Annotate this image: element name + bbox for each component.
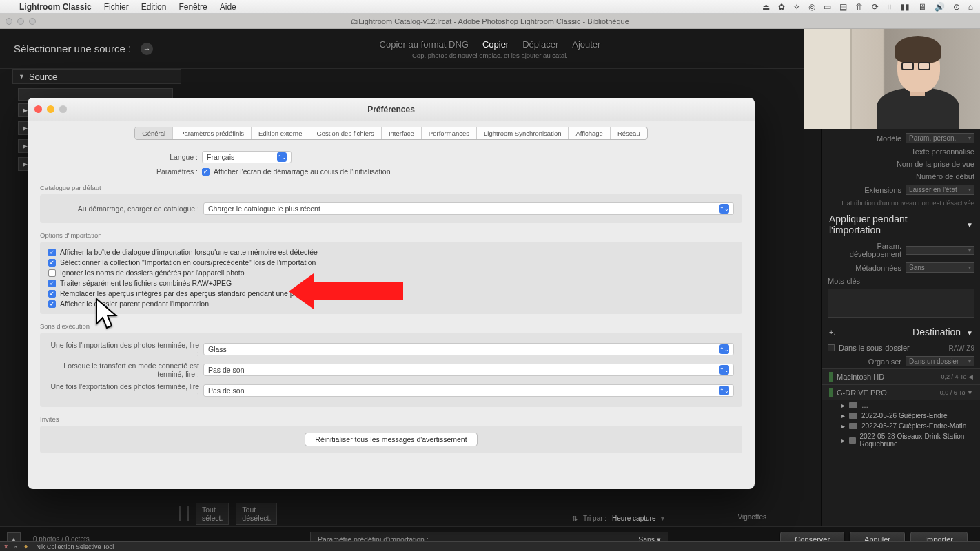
zoom-icon — [59, 105, 67, 113]
status-icon[interactable]: 🗑 — [855, 2, 864, 12]
mode-copy[interactable]: Copier — [482, 39, 509, 50]
dev-select[interactable]: ▾ — [906, 246, 974, 255]
status-icon[interactable]: ⊙ — [953, 2, 960, 12]
nik-status-bar: × ▫ ✦ Nik Collection Selective Tool — [0, 541, 980, 551]
drive-row[interactable]: Macintosh HD0,2 / 4 To ◀ — [822, 368, 980, 384]
status-icon[interactable]: 🖥 — [918, 2, 926, 12]
mode-copy-dng[interactable]: Copier au format DNG — [380, 39, 469, 50]
webcam-overlay — [804, 29, 980, 129]
dialog-title: Préférences — [367, 105, 415, 114]
tab-sync[interactable]: Lightroom Synchronisation — [477, 127, 569, 139]
status-icon[interactable]: ✿ — [778, 2, 785, 12]
import-opt-checkbox[interactable] — [48, 280, 56, 287]
sound-select[interactable]: Glass⌃⌄ — [203, 343, 734, 355]
mac-menubar: Lightroom Classic Fichier Edition Fenêtr… — [0, 0, 980, 14]
tab-presets[interactable]: Paramètres prédéfinis — [173, 127, 252, 139]
expand-icon[interactable]: ▫ — [14, 543, 17, 550]
window-traffic-lights[interactable] — [6, 18, 36, 25]
status-icon[interactable]: ⌗ — [887, 2, 892, 12]
show-splash-checkbox[interactable] — [202, 168, 210, 176]
section-label: Sons d'exécution — [40, 322, 742, 330]
reset-warnings-button[interactable]: Réinitialiser tous les messages d'averti… — [305, 433, 477, 446]
section-label: Invites — [40, 415, 742, 423]
prefs-tabs: Général Paramètres prédéfinis Edition ex… — [28, 127, 755, 140]
status-icon[interactable]: 🔊 — [935, 2, 945, 12]
section-label: Options d'importation — [40, 231, 742, 239]
panel-destination-header[interactable]: +. Destination▼ — [822, 322, 980, 342]
status-icon[interactable]: ◎ — [808, 2, 815, 12]
folder-row[interactable]: ▸… — [822, 400, 980, 410]
dialog-traffic-lights[interactable] — [34, 105, 67, 113]
lightroom-import-view: Sélectionner une source : → Copier au fo… — [0, 29, 980, 551]
sound-select[interactable]: Pas de son⌃⌄ — [203, 364, 734, 376]
import-opt-checkbox[interactable] — [48, 300, 56, 308]
extensions-select[interactable]: Laisser en l'état▾ — [906, 185, 974, 195]
meta-select[interactable]: Sans▾ — [906, 262, 974, 273]
status-icon[interactable]: ▮▮ — [900, 2, 910, 12]
model-select[interactable]: Param. person.▾ — [906, 133, 974, 143]
tab-display[interactable]: Affichage — [569, 127, 610, 139]
folder-row[interactable]: ▸2022-05-28 Oiseaux-Drink-Station-Roqueb… — [822, 431, 980, 449]
import-opt-checkbox[interactable] — [48, 269, 56, 277]
tab-general[interactable]: Général — [135, 127, 173, 139]
loupe-view-icon[interactable] — [187, 506, 189, 521]
app-name[interactable]: Lightroom Classic — [19, 2, 92, 12]
mode-add[interactable]: Ajouter — [572, 39, 600, 50]
menu-edition[interactable]: Edition — [141, 2, 167, 12]
nik-tool-label: Nik Collection Selective Tool — [36, 543, 114, 550]
close-icon[interactable] — [34, 105, 42, 113]
mode-move[interactable]: Déplacer — [522, 39, 558, 50]
menu-fenetre[interactable]: Fenêtre — [178, 2, 207, 12]
deselect-all-button[interactable]: Tout désélect. — [236, 503, 277, 525]
tab-performance[interactable]: Performances — [422, 127, 477, 139]
panel-apply-header[interactable]: Appliquer pendant l'importation▼ — [822, 209, 980, 240]
mode-subtitle: Cop. photos ds nouvel emplac. et les ajo… — [412, 52, 568, 59]
select-all-button[interactable]: Tout sélect. — [196, 503, 229, 525]
language-select[interactable]: Français⌃⌄ — [202, 151, 292, 163]
window-title: Lightroom Catalog-v12.lrcat - Adobe Phot… — [358, 17, 629, 25]
close-icon[interactable]: × — [4, 543, 8, 550]
import-opt-checkbox[interactable] — [48, 249, 56, 256]
tab-external-editing[interactable]: Edition externe — [252, 127, 309, 139]
status-icon[interactable]: ⟳ — [872, 2, 879, 12]
folder-row[interactable]: ▸2022-05-26 Guêpiers-Endre — [822, 410, 980, 421]
startup-catalog-select[interactable]: Charger le catalogue le plus récent⌃⌄ — [203, 202, 734, 215]
window-titlebar: 🗂 Lightroom Catalog-v12.lrcat - Adobe Ph… — [0, 14, 980, 29]
sound-select[interactable]: Pas de son⌃⌄ — [203, 384, 734, 397]
status-icon[interactable]: ▤ — [839, 2, 847, 12]
grid-view-icon[interactable] — [179, 506, 181, 521]
organize-select[interactable]: Dans un dossier▾ — [906, 356, 974, 366]
import-opt-checkbox[interactable] — [48, 259, 56, 267]
import-opt-checkbox[interactable] — [48, 290, 56, 298]
menubar-status-icons: ⏏ ✿ ✧ ◎ ▭ ▤ 🗑 ⟳ ⌗ ▮▮ 🖥 🔊 ⊙ ⌂ — [762, 2, 973, 12]
section-label: Catalogue par défaut — [40, 184, 742, 191]
menu-fichier[interactable]: Fichier — [104, 2, 129, 12]
folder-row[interactable]: ▸2022-05-27 Guêpiers-Endre-Matin — [822, 421, 980, 431]
thumbnails-label: Vignettes — [737, 513, 766, 521]
preferences-dialog: Préférences Général Paramètres prédéfini… — [28, 98, 755, 489]
panel-source-header[interactable]: ▼ Source — [12, 69, 181, 84]
tab-file-handling[interactable]: Gestion des fichiers — [309, 127, 381, 139]
status-icon[interactable]: ✧ — [793, 2, 800, 12]
status-icon[interactable]: ▭ — [824, 2, 831, 12]
tab-network[interactable]: Réseau — [611, 127, 647, 139]
minimize-icon[interactable] — [47, 105, 54, 113]
menu-aide[interactable]: Aide — [220, 2, 236, 12]
status-icon[interactable]: ⌂ — [968, 2, 973, 12]
checkbox[interactable] — [828, 344, 835, 351]
triangle-down-icon: ▼ — [19, 73, 25, 80]
status-icon[interactable]: ⏏ — [762, 2, 770, 12]
tab-interface[interactable]: Interface — [382, 127, 422, 139]
sort-control[interactable]: ⇅Tri par :Heure capture▾ — [572, 514, 664, 522]
keywords-textarea[interactable] — [828, 289, 974, 318]
drive-row[interactable]: G-DRIVE PRO0,0 / 6 To ▼ — [822, 384, 980, 400]
dialog-titlebar: Préférences — [28, 98, 755, 121]
